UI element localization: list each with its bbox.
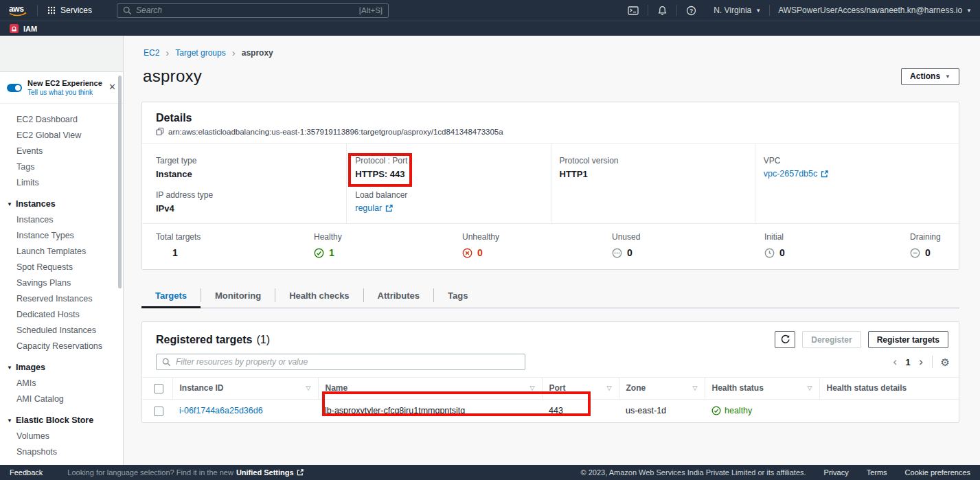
copy-icon[interactable]: [156, 127, 164, 136]
search-bar[interactable]: [Alt+S]: [117, 3, 389, 18]
sort-icon[interactable]: ▽: [530, 385, 535, 391]
row-checkbox[interactable]: [154, 407, 163, 416]
breadcrumb: EC2 › Target groups › asproxy: [141, 47, 959, 58]
tab-monitoring[interactable]: Monitoring: [201, 290, 275, 308]
registered-targets-card: Registered targets (1) Deregister Regist…: [141, 321, 959, 423]
terms-link[interactable]: Terms: [867, 468, 887, 477]
breadcrumb-ec2[interactable]: EC2: [144, 48, 159, 58]
sidebar-item-dedicated-hosts[interactable]: Dedicated Hosts: [0, 310, 123, 319]
next-page-button[interactable]: ›: [919, 356, 924, 368]
sort-icon[interactable]: ▽: [607, 385, 612, 391]
minus-circle-icon: [910, 248, 920, 258]
sort-icon[interactable]: ▽: [306, 385, 311, 391]
sort-icon[interactable]: ▽: [808, 385, 812, 391]
instance-id-link[interactable]: i-06f1744a6a25d36d6: [179, 406, 263, 415]
target-name-cell: lb-asproxytyler-cfcg8jru1tmmqpntsjtg: [318, 399, 542, 422]
col-port[interactable]: Port▽: [542, 378, 619, 400]
sidebar-scrollbar[interactable]: [118, 76, 122, 288]
tab-tags[interactable]: Tags: [434, 290, 481, 308]
experience-toggle[interactable]: [7, 84, 22, 92]
breadcrumb-target-groups[interactable]: Target groups: [175, 48, 225, 58]
notifications-button[interactable]: [648, 0, 676, 21]
sidebar-item-instances[interactable]: Instances: [0, 216, 123, 225]
banner-feedback-link[interactable]: Tell us what you think: [27, 89, 102, 96]
aws-logo-icon: aws: [8, 4, 27, 17]
sidebar-item-instance-types[interactable]: Instance Types: [0, 231, 123, 240]
register-targets-button[interactable]: Register targets: [868, 331, 948, 348]
tab-targets[interactable]: Targets: [141, 290, 201, 308]
chevron-right-icon: ›: [166, 47, 169, 58]
unified-settings-link[interactable]: Unified Settings: [236, 468, 304, 477]
current-page[interactable]: 1: [906, 357, 911, 367]
col-name[interactable]: Name▽: [318, 378, 542, 400]
caret-down-icon: ▼: [7, 363, 12, 372]
cookie-preferences-link[interactable]: Cookie preferences: [905, 468, 970, 477]
sidebar-item-capacity-reservations[interactable]: Capacity Reservations: [0, 342, 123, 351]
sidebar-section-elastic-block-store[interactable]: ▼Elastic Block Store: [0, 416, 123, 425]
sidebar-item-savings-plans[interactable]: Savings Plans: [0, 279, 123, 288]
sidebar-item-reserved-instances[interactable]: Reserved Instances: [0, 295, 123, 304]
vpc-link[interactable]: vpc-2657db5c: [764, 169, 818, 179]
search-input[interactable]: [136, 5, 355, 15]
tab-bar: Targets Monitoring Health checks Attribu…: [141, 287, 959, 308]
health-status-cell: healthy: [705, 399, 819, 422]
services-menu[interactable]: Services: [38, 0, 102, 21]
sort-icon[interactable]: ▽: [693, 385, 698, 391]
sidebar-item-tags[interactable]: Tags: [0, 163, 123, 172]
cloudshell-icon: [628, 5, 639, 16]
check-circle-icon: [314, 248, 324, 258]
filter-box: [156, 354, 525, 370]
cloudshell-button[interactable]: [619, 0, 648, 21]
tab-health-checks[interactable]: Health checks: [275, 290, 363, 308]
settings-gear-icon[interactable]: ⚙: [941, 357, 950, 367]
stat-unhealthy: Unhealthy 0: [462, 232, 612, 258]
new-experience-banner: New EC2 Experience Tell us what you thin…: [0, 72, 123, 104]
sidebar-item-snapshots[interactable]: Snapshots: [0, 448, 123, 457]
x-circle-icon: [462, 248, 472, 258]
sidebar-item-amis[interactable]: AMIs: [0, 379, 123, 388]
load-balancer-link[interactable]: regular: [355, 203, 382, 213]
chevron-right-icon: ›: [232, 47, 236, 58]
copyright: © 2023, Amazon Web Services India Privat…: [581, 468, 806, 477]
bell-icon: [657, 5, 668, 16]
account-menu[interactable]: AWSPowerUserAccess/navaneeth.kn@harness.…: [770, 0, 980, 21]
region-selector[interactable]: N. Virginia ▼: [705, 0, 769, 21]
sidebar-item-scheduled-instances[interactable]: Scheduled Instances: [0, 326, 123, 335]
close-icon[interactable]: ✕: [109, 82, 116, 91]
sidebar-item-spot-requests[interactable]: Spot Requests: [0, 263, 123, 272]
privacy-link[interactable]: Privacy: [824, 468, 849, 477]
filter-input[interactable]: [176, 357, 519, 367]
feedback-link[interactable]: Feedback: [10, 468, 43, 477]
tab-attributes[interactable]: Attributes: [364, 290, 433, 308]
help-button[interactable]: ?: [677, 0, 705, 21]
sidebar-item-launch-templates[interactable]: Launch Templates: [0, 247, 123, 256]
deregister-button[interactable]: Deregister: [802, 331, 861, 348]
sidebar-item-ec2-dashboard[interactable]: EC2 Dashboard: [0, 115, 123, 124]
iam-icon: [10, 24, 19, 33]
sidebar-item-ami-catalog[interactable]: AMI Catalog: [0, 395, 123, 404]
field-load-balancer: Load balancer regular: [355, 190, 550, 213]
service-name[interactable]: IAM: [23, 25, 37, 33]
sidebar-item-ec2-global-view[interactable]: EC2 Global View: [0, 131, 123, 140]
registered-targets-count: (1): [257, 334, 271, 346]
table-header-row: Instance ID▽ Name▽ Port▽ Zone▽ Health st…: [142, 378, 959, 400]
sidebar-item-volumes[interactable]: Volumes: [0, 432, 123, 441]
sidebar-section-instances[interactable]: ▼Instances: [0, 200, 123, 209]
refresh-button[interactable]: [775, 331, 795, 348]
sidebar: New EC2 Experience Tell us what you thin…: [0, 36, 124, 465]
aws-logo[interactable]: aws: [8, 4, 27, 17]
sidebar-item-events[interactable]: Events: [0, 147, 123, 156]
col-instance-id[interactable]: Instance ID▽: [172, 378, 318, 400]
previous-page-button[interactable]: ‹: [893, 356, 898, 368]
col-health-status[interactable]: Health status▽: [705, 378, 819, 400]
svg-text:aws: aws: [9, 4, 24, 14]
col-health-status-details: Health status details: [819, 378, 959, 400]
health-details-cell: [819, 399, 959, 422]
sidebar-section-images[interactable]: ▼Images: [0, 363, 123, 372]
sidebar-item-limits[interactable]: Limits: [0, 179, 123, 187]
select-all-checkbox[interactable]: [154, 384, 163, 393]
services-grid-icon: [47, 6, 56, 14]
actions-button[interactable]: Actions ▼: [901, 68, 959, 85]
col-zone[interactable]: Zone▽: [619, 378, 705, 400]
chevron-down-icon: ▼: [945, 73, 950, 80]
